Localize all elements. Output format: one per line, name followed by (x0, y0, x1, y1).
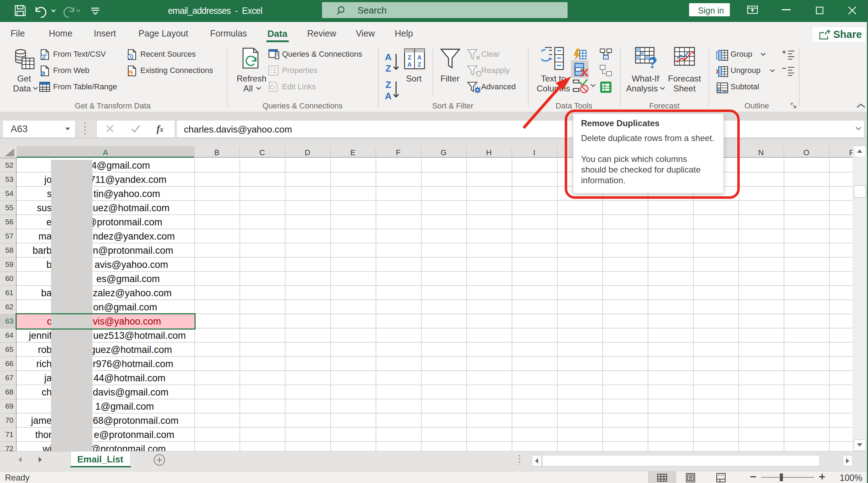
svg-text:?: ? (648, 54, 658, 69)
svg-text:A: A (407, 61, 412, 68)
svg-text:A: A (417, 54, 422, 61)
svg-text:Z: Z (385, 63, 391, 74)
svg-text:Z: Z (418, 61, 421, 68)
svg-text:A: A (385, 91, 392, 101)
svg-text:A: A (385, 52, 392, 62)
svg-text:Z: Z (408, 54, 411, 61)
